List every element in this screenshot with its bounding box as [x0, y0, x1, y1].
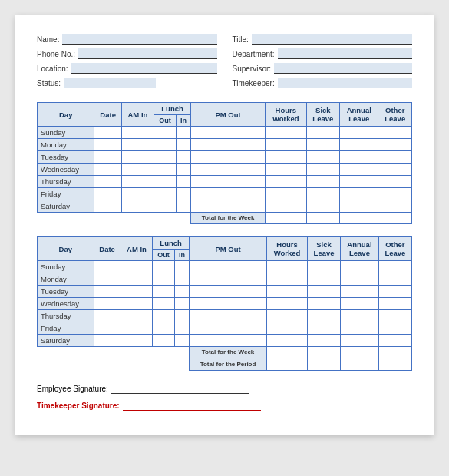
- header-fields: Name: Phone No.: Location: Status: Title…: [37, 34, 412, 88]
- title-field-row: Title:: [233, 34, 413, 45]
- employee-sig-row: Employee Signature:: [37, 383, 412, 394]
- name-label: Name:: [37, 35, 59, 44]
- col-lunch-in-2: In: [174, 250, 189, 261]
- table-row: Sunday: [38, 261, 412, 273]
- table-row: Friday: [38, 188, 412, 200]
- table-row: Tuesday: [38, 286, 412, 298]
- table-row: Friday: [38, 322, 412, 335]
- location-input[interactable]: [71, 63, 217, 74]
- timekeeper-sig-label: Timekeeper Signature:: [37, 402, 120, 410]
- timekeeper-field-row: Timekeeper:: [233, 78, 413, 88]
- table-row: Tuesday: [38, 151, 412, 164]
- total-week-label-2: Total for the Week: [189, 347, 266, 359]
- col-amin-2: AM In: [121, 237, 153, 261]
- total-week-label-1: Total for the Week: [191, 213, 266, 224]
- timekeeper-sig-line[interactable]: [123, 400, 261, 411]
- col-amin-1: AM In: [121, 103, 154, 127]
- total-period-label: Total for the Period: [189, 359, 266, 370]
- supervisor-field-row: Supervisor:: [233, 63, 413, 74]
- col-pmout-1: PM Out: [191, 103, 266, 127]
- col-annual-1: AnnualLeave: [340, 103, 378, 127]
- total-period-row: Total for the Period: [38, 359, 412, 370]
- col-lunch-2: Lunch: [153, 237, 190, 250]
- col-sick-1: SickLeave: [306, 103, 340, 127]
- col-hours-2: HoursWorked: [267, 237, 308, 261]
- total-week-row-1: Total for the Week: [38, 213, 412, 224]
- col-day-1: Day: [38, 103, 94, 127]
- table-row: Saturday: [38, 335, 412, 347]
- right-fields: Title: Department: Supervisor: Timekeepe…: [233, 34, 413, 88]
- location-field-row: Location:: [37, 63, 217, 74]
- col-sick-2: SickLeave: [308, 237, 341, 261]
- name-input[interactable]: [62, 34, 216, 45]
- total-week-row-2: Total for the Week: [38, 347, 412, 359]
- timekeeper-sig-row: Timekeeper Signature:: [37, 400, 412, 411]
- supervisor-input[interactable]: [274, 63, 412, 74]
- timesheet-table-2: Day Date AM In Lunch PM Out HoursWorked …: [37, 236, 412, 371]
- timekeeper-input[interactable]: [278, 78, 412, 88]
- col-pmout-2: PM Out: [189, 237, 266, 261]
- status-label: Status:: [37, 79, 61, 88]
- name-field-row: Name:: [37, 34, 217, 45]
- signatures-section: Employee Signature: Timekeeper Signature…: [37, 383, 412, 411]
- table-row: Wednesday: [38, 298, 412, 310]
- table-row: Wednesday: [38, 164, 412, 176]
- col-lunch-in-1: In: [176, 115, 190, 127]
- status-input[interactable]: [64, 78, 156, 88]
- left-fields: Name: Phone No.: Location: Status:: [37, 34, 217, 88]
- location-label: Location:: [37, 64, 68, 73]
- col-lunch-out-2: Out: [153, 250, 175, 261]
- employee-sig-line[interactable]: [111, 383, 249, 394]
- title-input[interactable]: [252, 34, 412, 45]
- dept-input[interactable]: [278, 48, 412, 59]
- supervisor-label: Supervisor:: [233, 64, 272, 73]
- col-lunch-out-1: Out: [154, 115, 176, 127]
- table-row: Sunday: [38, 127, 412, 139]
- phone-field-row: Phone No.:: [37, 48, 217, 59]
- dept-label: Department:: [233, 50, 275, 58]
- timesheet-table-1: Day Date AM In Lunch PM Out HoursWorked …: [37, 102, 412, 224]
- col-annual-2: AnnualLeave: [341, 237, 379, 261]
- table-row: Monday: [38, 273, 412, 286]
- phone-input[interactable]: [78, 48, 216, 59]
- col-date-2: Date: [94, 237, 121, 261]
- phone-label: Phone No.:: [37, 50, 75, 58]
- table-row: Thursday: [38, 176, 412, 188]
- col-other-1: OtherLeave: [378, 103, 412, 127]
- table-row: Saturday: [38, 200, 412, 213]
- title-label: Title:: [233, 35, 249, 44]
- col-day-2: Day: [38, 237, 94, 261]
- col-date-1: Date: [94, 103, 121, 127]
- table-row: Monday: [38, 139, 412, 151]
- page: Name: Phone No.: Location: Status: Title…: [15, 15, 434, 435]
- dept-field-row: Department:: [233, 48, 413, 59]
- col-lunch-1: Lunch: [154, 103, 190, 115]
- col-hours-1: HoursWorked: [266, 103, 306, 127]
- timekeeper-label: Timekeeper:: [233, 79, 275, 88]
- status-field-row: Status:: [37, 78, 217, 88]
- employee-sig-label: Employee Signature:: [37, 385, 108, 393]
- col-other-2: OtherLeave: [378, 237, 411, 261]
- table-row: Thursday: [38, 310, 412, 322]
